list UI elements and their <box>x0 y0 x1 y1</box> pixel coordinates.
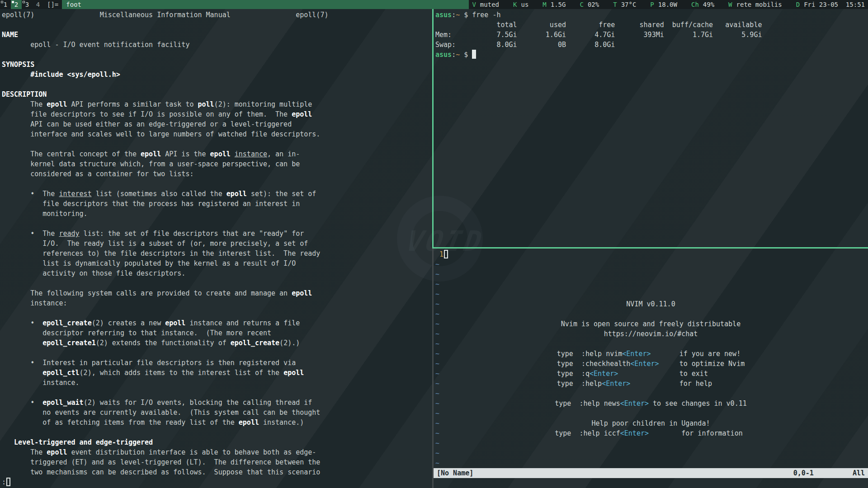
workspace-tag-2[interactable]: 2 <box>11 0 22 9</box>
statusline-scroll: All <box>853 468 865 478</box>
man-line: monitoring. <box>2 209 432 219</box>
man-line: • The interest list (sometimes also call… <box>2 189 432 199</box>
man-line: interface and scales well to large numbe… <box>2 129 432 139</box>
man-line: descriptor referring to that instance. (… <box>2 328 432 338</box>
focused-window-border-bottom <box>432 247 868 249</box>
man-line: considered as a container for two lists: <box>2 169 432 179</box>
prompt-path: ~ <box>456 11 460 19</box>
man-line: SYNOPSIS <box>2 60 432 70</box>
neovim-window[interactable]: 1 ~~~~~~~~~~~~~~~~~~~~~ NVIM v0.11.0 Nvi… <box>434 249 868 488</box>
man-line <box>2 80 432 89</box>
terminal-cursor <box>472 50 476 59</box>
man-line: references to) the file descriptors in t… <box>2 249 432 258</box>
prompt-colon: : <box>452 11 456 19</box>
tag-label: 1 <box>4 1 7 8</box>
man-line: epoll_ctl(2), which adds items to the in… <box>2 368 432 378</box>
man-line: API can be used either as an edge-trigge… <box>2 119 432 129</box>
prompt-user: asus <box>435 51 452 59</box>
nvim-cursor <box>444 250 448 258</box>
workspace-tag-3[interactable]: 3 <box>22 0 33 9</box>
man-line: file descriptors to see if I/O is possib… <box>2 109 432 119</box>
prompt-user: asus <box>435 11 452 19</box>
nvim-line-1: 1 <box>435 249 868 259</box>
man-line: of as fetching items from the ready list… <box>2 418 432 427</box>
man-line <box>2 388 432 398</box>
nvim-intro-line <box>434 408 868 418</box>
nvim-intro-line: type :checkhealth<Enter> to optimize Nvi… <box>434 359 868 369</box>
man-line: kernel data structure which, from a user… <box>2 159 432 169</box>
nvim-intro-line: type :help iccf<Enter> for information <box>434 428 868 438</box>
man-line <box>2 20 432 30</box>
status-item-V: Vmuted <box>472 0 499 9</box>
workspace-tag-1[interactable]: 1 <box>0 0 11 9</box>
unfocused-window-border-left <box>432 249 434 488</box>
man-line: list is dynamically populated by the ker… <box>2 258 432 268</box>
nvim-statusline: [No Name]0,0-1All <box>434 468 868 478</box>
man-line <box>2 179 432 189</box>
nvim-intro-line: type :help<Enter> for help <box>434 379 868 389</box>
man-line: two mechanisms can be described as follo… <box>2 467 432 477</box>
nvim-cmdline <box>434 478 868 488</box>
nvim-tilde-line: ~ <box>435 448 868 458</box>
man-line: epoll - I/O event notification facility <box>2 40 432 50</box>
focused-window-border-left <box>432 9 434 247</box>
prompt-colon: : <box>452 51 456 59</box>
tag-label: 3 <box>25 1 29 8</box>
man-page-content: epoll(7) Miscellaneous Information Manua… <box>2 10 432 477</box>
nvim-intro-line: type :help nvim<Enter> if you are new! <box>434 349 868 359</box>
status-item-Ch: Ch49% <box>691 0 714 9</box>
man-line: instance. <box>2 378 432 388</box>
tag-client-indicator <box>12 1 14 3</box>
free-output: total used free shared buff/cache availa… <box>435 20 868 50</box>
nvim-intro-message: NVIM v0.11.0 Nvim is open source and fre… <box>434 299 868 438</box>
man-line: The central concept of the epoll API is … <box>2 149 432 159</box>
nvim-intro-line <box>434 339 868 349</box>
tag-label: 4 <box>36 1 40 8</box>
man-line: The epoll API performs a similar task to… <box>2 99 432 109</box>
nvim-tilde-line: ~ <box>435 458 868 468</box>
nvim-tilde-line: ~ <box>435 279 868 289</box>
terminal-free[interactable]: asus:~ $ free -h total used free shared … <box>434 9 868 247</box>
nvim-intro-line: Nvim is open source and freely distribut… <box>434 319 868 329</box>
status-item-M: M1.5G <box>542 0 566 9</box>
statusline-filename: [No Name] <box>437 468 473 478</box>
man-line: • Interest in particular file descriptor… <box>2 358 432 368</box>
man-line: NAME <box>2 30 432 40</box>
nvim-intro-line <box>434 309 868 319</box>
shell-command-line: asus:~ $ free -h <box>435 10 868 20</box>
nvim-intro-line: Help poor children in Uganda! <box>434 418 868 428</box>
status-item-T: T37°C <box>613 0 636 9</box>
status-item-C: C02% <box>580 0 599 9</box>
man-line: file descriptors that the process has re… <box>2 199 432 209</box>
man-line: I/O. The ready list is a subset of (or, … <box>2 239 432 249</box>
status-item-K: Kus <box>513 0 528 9</box>
man-line <box>2 427 432 437</box>
man-line: The following system calls are provided … <box>2 288 432 298</box>
pager-cursor <box>6 478 10 486</box>
layout-indicator[interactable]: []= <box>43 0 62 9</box>
prompt-dollar: $ <box>460 51 472 59</box>
man-line <box>2 139 432 149</box>
man-line: #include <sys/epoll.h> <box>2 70 432 80</box>
man-line: triggered (ET) and as level-triggered (L… <box>2 457 432 467</box>
tag-client-indicator <box>23 1 25 3</box>
prompt-path: ~ <box>456 51 460 59</box>
status-item-W: Wrete mobilis <box>728 0 782 9</box>
nvim-tilde-line: ~ <box>435 269 868 279</box>
man-line: no events are currently available. (This… <box>2 408 432 418</box>
shell-prompt-line: asus:~ $ <box>435 50 868 60</box>
man-line: • epoll_wait(2) waits for I/O events, bl… <box>2 398 432 408</box>
nvim-intro-line: https://neovim.io/#chat <box>434 329 868 339</box>
man-line: epoll_create1(2) extends the functionali… <box>2 338 432 348</box>
status-segments: VmutedKusM1.5GC02%T37°CP18.0WCh49%Wrete … <box>469 0 868 9</box>
status-item-D: DFri 23-05 15:51 <box>796 0 865 9</box>
nvim-tilde-line: ~ <box>435 259 868 269</box>
shell-command: free -h <box>472 11 500 19</box>
prompt-dollar: $ <box>460 11 472 19</box>
man-line <box>2 219 432 229</box>
tag-client-indicator <box>1 1 3 3</box>
man-line <box>2 308 432 318</box>
workspace-tag-4[interactable]: 4 <box>33 0 43 9</box>
terminal-man-page[interactable]: epoll(7) Miscellaneous Information Manua… <box>0 9 432 488</box>
man-line <box>2 278 432 288</box>
